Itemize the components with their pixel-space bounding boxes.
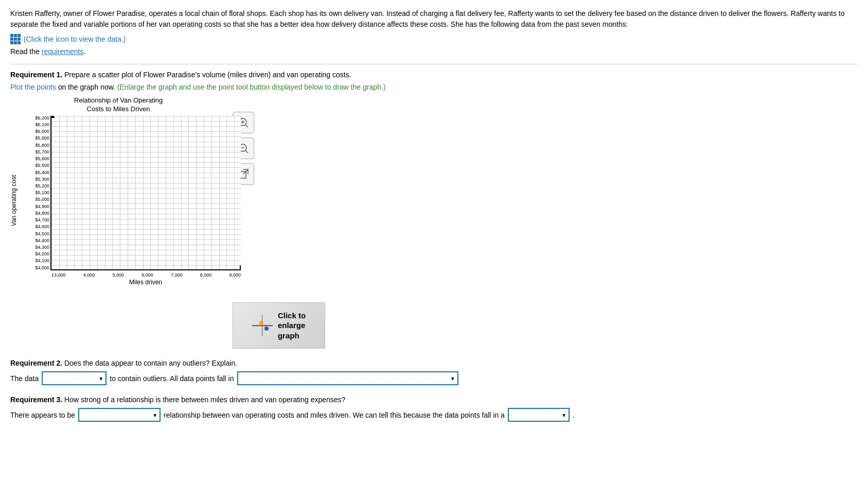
intro-paragraph: Kristen Rafferty, owner of Flower Paradi… xyxy=(10,8,858,30)
x-axis-label: Miles driven xyxy=(50,279,241,286)
chart-plot-area: $6,200$6,100$6,000$5,900$5,800$5,700$5,6… xyxy=(50,116,241,286)
req2-outlier-dropdown[interactable]: appearsdoes not appear xyxy=(42,371,107,385)
req2-label: Requirement 2. xyxy=(10,359,62,367)
requirement1-section: Requirement 1. Prepare a scatter plot of… xyxy=(10,71,858,349)
req2-prefix: The data xyxy=(10,374,39,383)
y-tick: $4,300 xyxy=(35,245,49,250)
y-tick: $4,000 xyxy=(35,266,49,270)
y-tick: $4,700 xyxy=(35,218,49,222)
x-tick: 8,000 xyxy=(200,272,212,278)
y-tick: $6,200 xyxy=(35,116,49,121)
enlarge-graph-button[interactable]: Click to enlarge graph xyxy=(233,302,325,349)
enlarge-content: Click to enlarge graph xyxy=(252,311,306,341)
x-axis-arrow: ▶ xyxy=(240,263,241,270)
y-tick: $4,500 xyxy=(35,232,49,236)
req2-location-dropdown[interactable]: a cluster near the linea straight line p… xyxy=(237,371,458,385)
req2-form: The data appearsdoes not appear to conta… xyxy=(10,371,858,385)
x-tick: 5,000 xyxy=(112,272,124,278)
chart-container: Relationship of Van Operating Costs to M… xyxy=(10,96,226,286)
y-tick: $5,100 xyxy=(35,191,49,195)
req3-form: There appears to be a strong positivea w… xyxy=(10,408,858,422)
y-tick: $5,400 xyxy=(35,170,49,175)
graph-area: Relationship of Van Operating Costs to M… xyxy=(10,96,858,349)
crosshair-icon xyxy=(252,315,273,336)
scatter-chart[interactable]: ▲ ▶ xyxy=(50,116,241,270)
req3-pattern-dropdown[interactable]: tight clusterloose clusterstraight line xyxy=(508,408,570,422)
req3-strength-dropdown[interactable]: a strong positivea weak positivea strong… xyxy=(78,408,161,422)
x-tick: 6,000 xyxy=(141,272,153,278)
plot-points-link[interactable]: Plot the points xyxy=(10,83,56,91)
req2-dropdown1-wrapper: appearsdoes not appear xyxy=(42,371,107,385)
req3-dropdown1-wrapper: a strong positivea weak positivea strong… xyxy=(78,408,161,422)
y-axis-label: Van operating cost xyxy=(10,175,17,226)
y-tick: $5,500 xyxy=(35,163,49,168)
y-tick: $5,600 xyxy=(35,157,49,161)
y-axis-ticks: $6,200$6,100$6,000$5,900$5,800$5,700$5,6… xyxy=(35,116,50,270)
req2-text: Does the data appear to contain any outl… xyxy=(64,359,237,367)
requirements-link[interactable]: requirements xyxy=(42,47,84,56)
y-tick: $4,100 xyxy=(35,259,49,263)
svg-line-6 xyxy=(246,151,249,153)
svg-line-3 xyxy=(246,125,249,128)
x-tick: 9,000 xyxy=(229,272,241,278)
y-tick: $5,300 xyxy=(35,177,49,182)
x-axis-ticks: 13,0004,0005,0006,0007,0008,0009,000 xyxy=(50,272,241,278)
req3-label: Requirement 3. xyxy=(10,396,62,404)
data-table-icon[interactable] xyxy=(10,34,21,44)
enlarge-graph-label: Click to enlarge graph xyxy=(278,311,306,341)
data-point-orange xyxy=(259,321,263,325)
y-tick: $5,900 xyxy=(35,136,49,141)
x-tick: 4,000 xyxy=(83,272,95,278)
req1-label: Requirement 1. xyxy=(10,71,62,79)
req3-dropdown2-wrapper: tight clusterloose clusterstraight line xyxy=(508,408,570,422)
plot-suffix: on the graph now. xyxy=(58,83,115,91)
y-tick: $4,900 xyxy=(35,204,49,209)
y-tick: $6,100 xyxy=(35,123,49,127)
x-tick: 7,000 xyxy=(171,272,183,278)
read-requirements-row: Read the requirements. xyxy=(10,47,858,56)
req3-middle: relationship between van operating costs… xyxy=(164,411,505,419)
chart-title: Relationship of Van Operating Costs to M… xyxy=(10,96,226,114)
y-axis-arrow: ▲ xyxy=(50,116,57,120)
req2-dropdown2-wrapper: a cluster near the linea straight line p… xyxy=(237,371,458,385)
x-tick: 13,000 xyxy=(51,272,66,278)
req2-middle: to contain outliers. All data points fal… xyxy=(110,374,234,383)
req3-suffix: . xyxy=(573,411,575,419)
y-tick: $5,700 xyxy=(35,150,49,154)
y-tick: $6,000 xyxy=(35,129,49,134)
y-tick: $4,600 xyxy=(35,225,49,229)
y-tick: $4,400 xyxy=(35,238,49,243)
y-tick: $5,000 xyxy=(35,197,49,202)
y-tick: $5,200 xyxy=(35,184,49,188)
zoom-controls: Click to enlarge graph xyxy=(233,112,325,349)
y-tick: $4,200 xyxy=(35,252,49,256)
requirement2-section: Requirement 2. Does the data appear to c… xyxy=(10,359,858,385)
req1-text: Prepare a scatter plot of Flower Paradis… xyxy=(64,71,351,79)
req3-text: How strong of a relationship is there be… xyxy=(64,396,345,404)
req3-prefix: There appears to be xyxy=(10,411,75,419)
requirement3-section: Requirement 3. How strong of a relations… xyxy=(10,396,858,422)
enlarge-instruction: (Enlarge the graph and use the point too… xyxy=(117,83,385,91)
y-tick: $5,800 xyxy=(35,143,49,148)
y-tick: $4,800 xyxy=(35,211,49,216)
view-data-link[interactable]: (Click the icon to view the data.) xyxy=(24,35,126,43)
data-point-blue xyxy=(264,327,269,331)
